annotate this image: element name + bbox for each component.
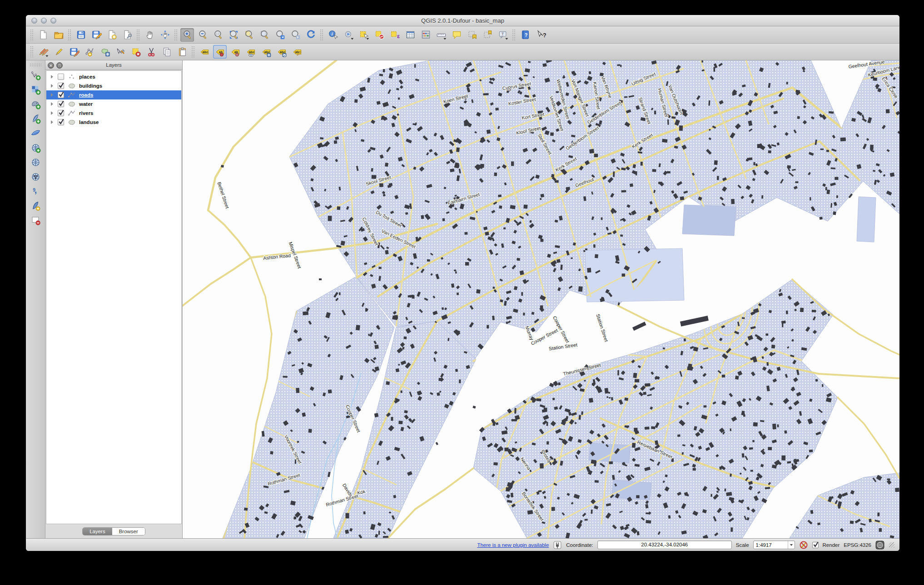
toolbar-drag-handle[interactable] [174,29,178,41]
save-layer-edits-button[interactable] [67,45,81,59]
panel-close-icon[interactable]: ✕ [48,62,54,69]
rotate-label-button[interactable]: abc [275,45,288,59]
add-mssql-layer-button[interactable] [29,126,42,140]
add-wcs-layer-button[interactable] [29,155,42,169]
delete-selected-button[interactable] [129,45,143,59]
stop-render-icon[interactable] [799,540,808,550]
scale-dropdown-icon[interactable] [788,541,795,549]
expand-triangle-icon[interactable] [51,75,53,79]
whats-this-button[interactable]: ? [534,28,547,42]
map-canvas[interactable]: Bethel StreetAshton RoadColdrey StreetDu… [183,60,899,538]
minimize-window-button[interactable] [41,18,47,24]
identify-features-button[interactable]: i [326,28,340,42]
zoom-full-button[interactable] [227,28,240,42]
toolbar-drag-handle[interactable] [30,63,41,67]
layer-row-water[interactable]: water [46,99,181,109]
pan-to-selection-button[interactable] [158,28,172,42]
expand-triangle-icon[interactable] [51,111,53,115]
paste-features-button[interactable] [175,45,189,59]
expand-triangle-icon[interactable] [51,93,53,97]
field-calculator-button[interactable] [419,28,432,42]
show-hide-labels-button[interactable]: abc [244,45,258,59]
layer-visibility-checkbox[interactable] [58,74,64,80]
layer-row-places[interactable]: places [46,72,181,81]
layer-visibility-checkbox[interactable] [58,83,64,89]
remove-layer-button[interactable] [29,213,42,227]
add-spatialite-layer-button[interactable] [29,112,42,125]
add-wms-layer-button[interactable] [29,141,42,154]
layer-row-rivers[interactable]: rivers [46,109,181,118]
new-project-button[interactable] [36,28,50,42]
resize-grip[interactable] [889,542,895,548]
render-checkbox[interactable] [812,542,819,548]
layer-row-landuse[interactable]: landuse [46,118,181,127]
open-attribute-table-button[interactable] [403,28,417,42]
pan-map-button[interactable] [143,28,156,42]
zoom-last-button[interactable] [273,28,287,42]
move-feature-button[interactable] [98,45,112,59]
text-annotation-button[interactable]: T [496,28,510,42]
scale-combobox[interactable]: 1:4917 [753,540,795,549]
layer-visibility-checkbox[interactable] [58,110,64,116]
zoom-native-button[interactable]: 1:1 [211,28,225,42]
zoom-in-button[interactable] [180,28,194,42]
select-by-expression-button[interactable]: ε [388,28,402,42]
layer-labeling-options-button[interactable]: abc [198,45,211,59]
new-spatialite-layer-button[interactable] [29,199,42,213]
layer-row-roads[interactable]: roads [46,90,181,99]
toolbar-drag-handle[interactable] [136,29,140,41]
zoom-to-selection-button[interactable] [242,28,256,42]
toolbar-drag-handle[interactable] [68,29,72,41]
toggle-editing-button[interactable] [52,45,65,59]
new-print-composer-button[interactable] [105,28,119,42]
add-wfs-layer-button[interactable] [29,170,42,183]
add-postgis-layer-button[interactable] [29,97,42,111]
title-bar[interactable]: QGIS 2.0.1-Dufour - basic_map [26,15,899,26]
composer-manager-button[interactable] [120,28,134,42]
expand-triangle-icon[interactable] [51,84,53,88]
add-raster-layer-button[interactable] [29,83,42,96]
add-delimited-text-layer-button[interactable]: ,9 [29,184,42,198]
show-bookmarks-button[interactable] [481,28,494,42]
toolbar-drag-handle[interactable] [512,29,516,41]
move-label-button[interactable]: abc [259,45,273,59]
plugin-available-link[interactable]: There is a new plugin available [477,542,549,548]
zoom-next-button[interactable] [288,28,302,42]
toolbar-drag-handle[interactable] [191,46,195,58]
zoom-window-button[interactable] [50,18,56,24]
coordinate-input[interactable]: 20.43224,-34.02046 [597,540,732,549]
measure-button[interactable] [434,28,448,42]
layer-row-buildings[interactable]: buildings [46,81,181,90]
refresh-map-button[interactable] [304,28,318,42]
save-project-as-button[interactable] [89,28,103,42]
toolbar-drag-handle[interactable] [30,46,34,58]
layer-visibility-checkbox[interactable] [58,119,64,125]
expand-triangle-icon[interactable] [51,102,53,106]
deselect-features-button[interactable] [373,28,386,42]
zoom-to-layer-button[interactable] [258,28,271,42]
save-project-button[interactable] [74,28,88,42]
toolbar-drag-handle[interactable] [30,29,34,41]
help-contents-button[interactable]: ? [518,28,532,42]
change-label-button[interactable]: abc [290,45,304,59]
cut-features-button[interactable] [144,45,158,59]
expand-triangle-icon[interactable] [51,120,53,124]
run-feature-action-button[interactable] [342,28,355,42]
panel-tab-browser[interactable]: Browser [112,528,145,535]
current-edits-button[interactable] [36,45,50,59]
add-feature-button[interactable] [83,45,96,59]
add-vector-layer-button[interactable] [29,68,42,82]
panel-float-icon[interactable]: □ [56,62,63,69]
highlight-pinned-labels-button[interactable]: ab [229,45,242,59]
pin-unpin-labels-button[interactable]: ab [213,45,227,59]
new-bookmark-button[interactable] [465,28,479,42]
open-project-button[interactable] [52,28,65,42]
zoom-out-button[interactable] [196,28,209,42]
copy-features-button[interactable] [160,45,174,59]
toolbar-drag-handle[interactable] [320,29,324,41]
layer-visibility-checkbox[interactable] [58,92,64,98]
node-tool-button[interactable] [114,45,127,59]
select-features-button[interactable] [357,28,371,42]
plugin-icon[interactable] [553,540,562,550]
panel-tab-layers[interactable]: Layers [83,528,112,535]
